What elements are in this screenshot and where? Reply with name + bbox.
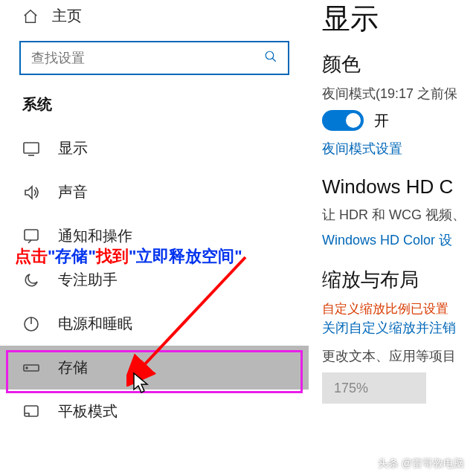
sidebar-item-sound[interactable]: 声音	[0, 170, 309, 214]
notification-icon	[22, 227, 40, 245]
search-icon	[264, 50, 277, 67]
hd-desc: 让 HDR 和 WCG 视频、	[322, 206, 476, 224]
display-icon	[22, 140, 40, 158]
search-input[interactable]	[31, 51, 264, 66]
sidebar-item-label: 通知和操作	[58, 226, 132, 246]
hd-color-heading: Windows HD C	[322, 175, 476, 198]
section-title: 系统	[0, 88, 309, 126]
tablet-icon	[22, 403, 40, 421]
color-heading: 颜色	[322, 51, 476, 77]
scale-heading: 缩放与布局	[322, 267, 476, 293]
sidebar-item-label: 专注助手	[58, 270, 118, 290]
home-label: 主页	[52, 6, 82, 26]
power-icon	[22, 315, 40, 333]
sidebar-item-label: 电源和睡眠	[58, 314, 132, 334]
sound-icon	[22, 184, 40, 201]
page-title: 显示	[322, 0, 476, 38]
settings-content: 显示 颜色 夜间模式(19:17 之前保 开 夜间模式设置 Windows HD…	[309, 0, 476, 475]
scale-dropdown[interactable]: 175%	[322, 372, 426, 404]
svg-point-0	[266, 51, 274, 59]
sidebar-item-label: 声音	[58, 182, 88, 202]
search-input-container[interactable]	[19, 41, 289, 75]
change-text-label: 更改文本、应用等项目	[322, 347, 476, 365]
svg-point-5	[26, 367, 28, 369]
toggle-state-label: 开	[374, 111, 389, 131]
svg-rect-2	[25, 230, 38, 240]
watermark: 头条 @雷哥教电脑	[378, 457, 464, 471]
night-mode-label: 夜间模式(19:17 之前保	[322, 85, 476, 103]
sidebar-item-label: 存储	[58, 358, 88, 378]
settings-sidebar: 主页 系统 显示 声音 通知和操作	[0, 0, 309, 475]
tutorial-annotation: 点击"存储"找到"立即释放空间"	[15, 245, 242, 268]
home-nav[interactable]: 主页	[0, 3, 309, 33]
sidebar-item-power[interactable]: 电源和睡眠	[0, 302, 309, 346]
home-icon	[22, 8, 39, 25]
scale-value: 175%	[334, 381, 368, 396]
close-custom-scale-link[interactable]: 关闭自定义缩放并注销	[322, 319, 476, 337]
moon-icon	[22, 271, 40, 289]
night-mode-toggle[interactable]	[322, 110, 364, 131]
storage-icon	[22, 359, 40, 377]
svg-rect-6	[25, 406, 38, 416]
sidebar-item-tablet[interactable]: 平板模式	[0, 390, 309, 433]
hd-color-link[interactable]: Windows HD Color 设	[322, 231, 476, 249]
sidebar-item-label: 平板模式	[58, 401, 118, 421]
custom-scale-warning: 自定义缩放比例已设置	[322, 300, 476, 317]
night-mode-settings-link[interactable]: 夜间模式设置	[322, 140, 476, 158]
svg-rect-1	[24, 143, 39, 153]
sidebar-item-storage[interactable]: 存储	[0, 346, 309, 390]
sidebar-item-display[interactable]: 显示	[0, 126, 309, 170]
sidebar-item-label: 显示	[58, 138, 88, 158]
